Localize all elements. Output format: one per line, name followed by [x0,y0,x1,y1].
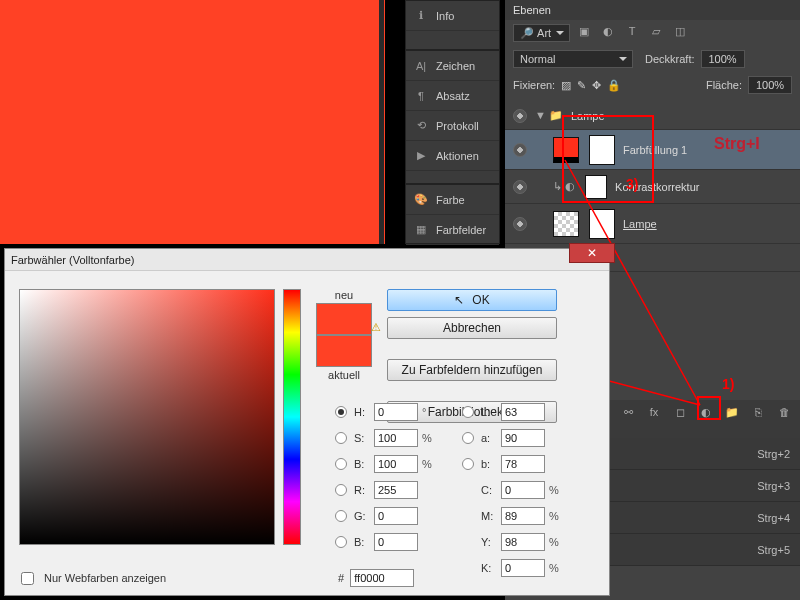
input-l[interactable] [501,403,545,421]
input-y[interactable] [501,533,545,551]
annotation-shortcut: Strg+I [714,135,760,153]
new-color-swatch [316,303,372,335]
filter-type-icon[interactable]: T [624,25,640,41]
layer-kontrast[interactable]: ↳ ◐ Kontrastkorrektur [505,170,800,204]
lock-position-icon[interactable]: ✥ [592,79,601,92]
layer-mask-thumbnail[interactable] [585,175,607,199]
input-s[interactable] [374,429,418,447]
panel-zeichen[interactable]: A|Zeichen [406,51,499,81]
lock-transparent-icon[interactable]: ▨ [561,79,571,92]
layer-mask-thumbnail[interactable] [589,209,615,239]
fill-field[interactable]: 100% [748,76,792,94]
layer-group-lampe[interactable]: ▼ 📁 Lampe [505,102,800,130]
input-g[interactable] [374,507,418,525]
layers-panel-title: Ebenen [505,0,800,20]
input-m[interactable] [501,507,545,525]
ok-button[interactable]: ↖OK [387,289,557,311]
current-color-label: aktuell [328,369,360,381]
radio-l[interactable] [462,406,474,418]
gamut-warning-icon[interactable]: ⚠ [371,321,381,334]
input-b[interactable] [501,455,545,473]
visibility-toggle[interactable] [513,180,527,194]
input-k[interactable] [501,559,545,577]
input-h[interactable] [374,403,418,421]
saturation-brightness-field[interactable] [19,289,275,545]
radio-h[interactable] [335,406,347,418]
hex-input[interactable] [350,569,414,587]
adjustment-layer-icon[interactable]: ◐ [698,406,714,419]
web-colors-checkbox[interactable] [21,572,34,585]
info-icon: ℹ [414,9,428,22]
annotation-label-3: 3) [626,176,638,192]
radio-bv[interactable] [335,458,347,470]
web-colors-label: Nur Webfarben anzeigen [44,572,166,584]
panel-aktionen[interactable]: ▶Aktionen [406,141,499,171]
visibility-toggle[interactable] [513,217,527,231]
paragraph-icon: ¶ [414,90,428,102]
panel-info[interactable]: ℹInfo [406,1,499,31]
input-bv[interactable] [374,455,418,473]
filter-adjust-icon[interactable]: ◐ [600,25,616,41]
palette-icon: 🎨 [414,193,428,206]
radio-bc[interactable] [335,536,347,548]
panel-protokoll[interactable]: ⟲Protokoll [406,111,499,141]
new-layer-icon[interactable]: ⎘ [750,406,766,418]
hue-slider[interactable] [283,289,301,545]
panel-absatz[interactable]: ¶Absatz [406,81,499,111]
input-r[interactable] [374,481,418,499]
annotation-label-1: 1) [722,376,734,392]
layer-style-icon[interactable]: fx [646,406,662,418]
fill-label: Fläche: [706,79,742,91]
filter-shape-icon[interactable]: ▱ [648,25,664,41]
visibility-toggle[interactable] [513,109,527,123]
input-c[interactable] [501,481,545,499]
cancel-button[interactable]: Abbrechen [387,317,557,339]
lock-label: Fixieren: [513,79,555,91]
radio-s[interactable] [335,432,347,444]
layer-filter-kind[interactable]: 🔎 Art [513,24,570,42]
visibility-toggle[interactable] [513,143,527,157]
actions-icon: ▶ [414,149,428,162]
lock-all-icon[interactable]: 🔒 [607,79,621,92]
lock-pixels-icon[interactable]: ✎ [577,79,586,92]
layer-mask-thumbnail[interactable] [589,135,615,165]
opacity-label: Deckkraft: [645,53,695,65]
add-to-swatches-button[interactable]: Zu Farbfeldern hinzufügen [387,359,557,381]
panel-farbe[interactable]: 🎨Farbe [406,185,499,215]
close-button[interactable]: ✕ [569,243,615,263]
link-layers-icon[interactable]: ⚯ [620,406,636,419]
blend-mode-select[interactable]: Normal [513,50,633,68]
opacity-field[interactable]: 100% [701,50,745,68]
radio-a[interactable] [462,432,474,444]
panel-farbfelder[interactable]: ▦Farbfelder [406,215,499,245]
input-bc[interactable] [374,533,418,551]
filter-smart-icon[interactable]: ◫ [672,25,688,41]
layer-thumbnail[interactable] [553,137,579,163]
layer-mask-icon[interactable]: ◻ [672,406,688,419]
radio-r[interactable] [335,484,347,496]
hex-label: # [338,572,344,584]
input-a[interactable] [501,429,545,447]
collapsed-panels: ℹInfo A|Zeichen ¶Absatz ⟲Protokoll ▶Akti… [405,0,500,244]
history-icon: ⟲ [414,119,428,132]
delete-layer-icon[interactable]: 🗑 [776,406,792,418]
new-color-label: neu [335,289,353,301]
dialog-title: Farbwähler (Volltonfarbe) [5,249,609,271]
layer-thumbnail[interactable] [553,211,579,237]
layer-lampe[interactable]: Lampe [505,204,800,244]
character-icon: A| [414,60,428,72]
current-color-swatch [316,335,372,367]
new-group-icon[interactable]: 📁 [724,406,740,419]
filter-pixel-icon[interactable]: ▣ [576,25,592,41]
document-canvas[interactable] [0,0,385,244]
swatches-icon: ▦ [414,223,428,236]
radio-g[interactable] [335,510,347,522]
color-picker-dialog: Farbwähler (Volltonfarbe) ✕ neu aktuell … [4,248,610,596]
radio-b[interactable] [462,458,474,470]
